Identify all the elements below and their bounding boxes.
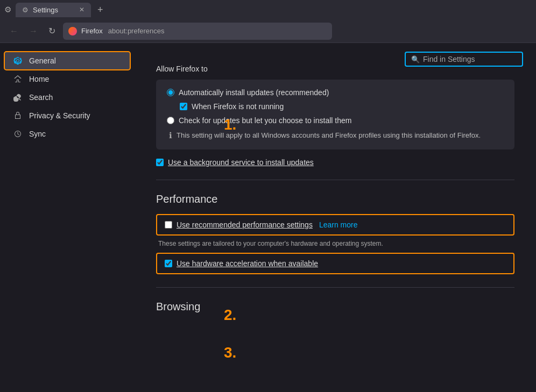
titlebar: ⚙ ⚙ Settings ✕ + [0, 0, 536, 19]
firefox-logo-icon [68, 27, 77, 35]
sidebar-home-label: Home [29, 75, 49, 83]
sidebar-item-privacy[interactable]: Privacy & Security [4, 106, 130, 125]
hw-accel-label: Use hardware acceleration when available [177, 259, 318, 268]
hw-accel-box: Use hardware acceleration when available [156, 253, 514, 274]
background-service-label: Use a background service to install upda… [168, 158, 314, 167]
gear-icon [13, 56, 23, 66]
content-area: 🔍 1. Allow Firefox to Automatically inst… [135, 43, 536, 392]
divider-2 [156, 287, 514, 288]
not-running-checkbox[interactable] [180, 103, 187, 110]
annotation-1: 1. [224, 116, 236, 133]
main-layout: General Home Search [0, 43, 536, 392]
auto-install-radio[interactable] [167, 89, 174, 96]
check-only-radio[interactable] [167, 117, 174, 124]
not-running-label: When Firefox is not running [192, 102, 284, 111]
tab-icon: ⚙ [22, 6, 29, 14]
perf-desc: These settings are tailored to your comp… [156, 240, 514, 247]
sidebar-privacy-label: Privacy & Security [29, 111, 90, 120]
refresh-button[interactable]: ↻ [45, 24, 59, 38]
perf-recommended-checkbox[interactable] [165, 221, 172, 229]
lock-icon [13, 111, 23, 120]
perf-recommended-box: Use recommended performance settings Lea… [156, 214, 514, 236]
info-text: This setting will apply to all Windows a… [177, 130, 481, 141]
background-service-row: Use a background service to install upda… [156, 158, 514, 167]
background-service-checkbox[interactable] [156, 159, 164, 166]
annotation-2: 2. [224, 307, 236, 324]
radio-auto-install-row: Automatically install updates (recommend… [167, 88, 504, 97]
sidebar-item-search[interactable]: Search [4, 88, 130, 106]
back-button[interactable]: ← [6, 24, 22, 38]
performance-section-title: Performance [156, 193, 514, 205]
info-icon: ℹ [169, 131, 172, 140]
divider-1 [156, 180, 514, 180]
sidebar: General Home Search [0, 43, 135, 392]
when-not-running-row: When Firefox is not running [180, 102, 504, 111]
check-only-label: Check for updates but let you choose to … [179, 116, 351, 125]
annotation-3: 3. [224, 344, 236, 361]
hw-accel-checkbox[interactable] [165, 260, 172, 267]
home-icon [13, 74, 23, 84]
browsing-section-title: Browsing [156, 301, 514, 313]
sidebar-item-home[interactable]: Home [4, 70, 130, 88]
learn-more-link[interactable]: Learn more [319, 220, 358, 229]
url-bar[interactable]: Firefox about:preferences [63, 23, 332, 40]
auto-install-label: Automatically install updates (recommend… [179, 88, 329, 97]
toolbar: ← → ↻ Firefox about:preferences [0, 19, 536, 43]
update-options-box: Automatically install updates (recommend… [156, 80, 514, 149]
tab-close-button[interactable]: ✕ [79, 6, 84, 13]
settings-icon: ⚙ [4, 5, 11, 15]
url-address: about:preferences [108, 27, 165, 35]
search-icon [13, 92, 23, 102]
new-tab-button[interactable]: + [95, 4, 105, 16]
sidebar-general-label: General [29, 56, 56, 65]
sidebar-item-general[interactable]: General [4, 52, 130, 70]
sidebar-item-sync[interactable]: Sync [4, 125, 130, 143]
find-settings-input[interactable] [423, 55, 517, 63]
find-search-icon: 🔍 [411, 55, 420, 63]
sync-icon [13, 129, 23, 139]
find-bar: 🔍 [405, 52, 523, 67]
info-row: ℹ This setting will apply to all Windows… [169, 130, 504, 141]
tab-title: Settings [33, 6, 58, 14]
sidebar-search-label: Search [29, 93, 53, 102]
forward-button[interactable]: → [26, 24, 41, 38]
url-firefox-label: Firefox [81, 27, 103, 35]
tab-settings[interactable]: ⚙ Settings ✕ [16, 3, 91, 17]
sidebar-sync-label: Sync [29, 130, 46, 138]
radio-check-only-row: Check for updates but let you choose to … [167, 116, 504, 125]
find-bar-container: 🔍 [405, 52, 523, 67]
perf-recommended-label: Use recommended performance settings [177, 220, 313, 229]
